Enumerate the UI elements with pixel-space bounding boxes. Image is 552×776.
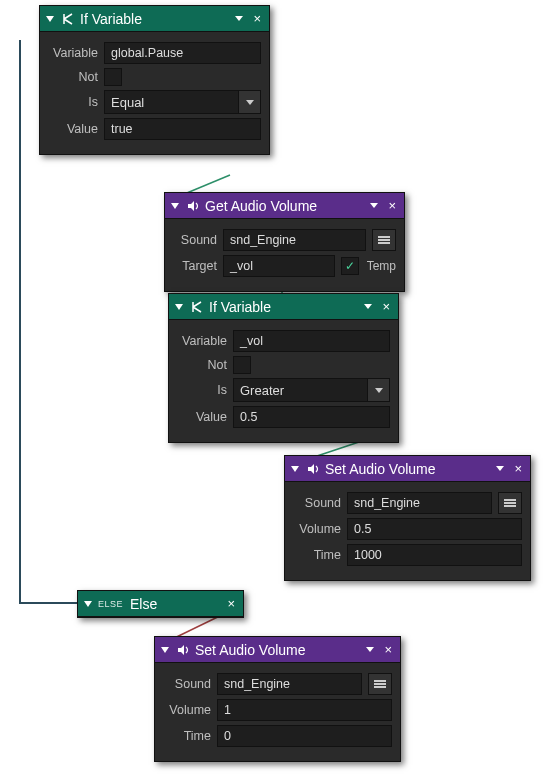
label-volume: Volume [293,522,341,536]
label-volume: Volume [163,703,211,717]
audio-icon [305,461,321,477]
svg-rect-4 [504,502,516,504]
volume-input[interactable]: 1 [217,699,392,721]
svg-rect-0 [378,236,390,238]
node-header[interactable]: ELSE Else × [78,591,243,617]
audio-icon [175,642,191,658]
branch-icon [189,299,205,315]
browse-button[interactable] [372,229,396,251]
collapse-icon[interactable] [84,601,92,607]
volume-input[interactable]: 0.5 [347,518,522,540]
collapse-icon[interactable] [175,304,183,310]
label-sound: Sound [173,233,217,247]
node-body: Variable global.Pause Not Is Equal Value… [40,32,269,154]
label-variable: Variable [177,334,227,348]
value-input[interactable]: true [104,118,261,140]
menu-icon[interactable] [235,16,243,21]
close-icon[interactable]: × [225,597,237,610]
is-select[interactable]: Equal [104,90,261,114]
node-if-variable-2[interactable]: If Variable × Variable _vol Not Is Great… [168,293,399,443]
target-input[interactable]: _vol [223,255,335,277]
collapse-icon[interactable] [291,466,299,472]
menu-icon[interactable] [364,304,372,309]
browse-button[interactable] [498,492,522,514]
collapse-icon[interactable] [171,203,179,209]
chevron-down-icon[interactable] [367,379,389,401]
label-is: Is [177,383,227,397]
node-else[interactable]: ELSE Else × [77,590,244,618]
node-header[interactable]: Set Audio Volume × [155,637,400,663]
collapse-icon[interactable] [161,647,169,653]
close-icon[interactable]: × [251,12,263,25]
node-header[interactable]: If Variable × [40,6,269,32]
not-checkbox[interactable] [104,68,122,86]
time-input[interactable]: 0 [217,725,392,747]
branch-icon [60,11,76,27]
node-body: Sound snd_Engine Volume 1 Time 0 [155,663,400,761]
sound-input[interactable]: snd_Engine [347,492,492,514]
node-set-audio-volume-1[interactable]: Set Audio Volume × Sound snd_Engine Volu… [284,455,531,581]
node-if-variable-1[interactable]: If Variable × Variable global.Pause Not … [39,5,270,155]
node-body: Sound snd_Engine Volume 0.5 Time 1000 [285,482,530,580]
close-icon[interactable]: × [382,643,394,656]
close-icon[interactable]: × [380,300,392,313]
is-select[interactable]: Greater [233,378,390,402]
label-variable: Variable [48,46,98,60]
node-body: Variable _vol Not Is Greater Value 0.5 [169,320,398,442]
sound-input[interactable]: snd_Engine [217,673,362,695]
svg-rect-2 [378,242,390,244]
menu-icon[interactable] [366,647,374,652]
node-title: If Variable [80,11,227,27]
svg-rect-5 [504,505,516,507]
svg-rect-6 [374,680,386,682]
label-value: Value [48,122,98,136]
label-temp: Temp [367,259,396,273]
label-is: Is [48,95,98,109]
not-checkbox[interactable] [233,356,251,374]
time-input[interactable]: 1000 [347,544,522,566]
collapse-icon[interactable] [46,16,54,22]
menu-icon[interactable] [370,203,378,208]
node-title: Else [130,596,221,612]
node-header[interactable]: Set Audio Volume × [285,456,530,482]
label-sound: Sound [163,677,211,691]
node-header[interactable]: Get Audio Volume × [165,193,404,219]
menu-icon[interactable] [496,466,504,471]
label-not: Not [48,70,98,84]
svg-rect-3 [504,499,516,501]
svg-rect-8 [374,686,386,688]
close-icon[interactable]: × [512,462,524,475]
label-not: Not [177,358,227,372]
temp-checkbox[interactable] [341,257,359,275]
node-title: Set Audio Volume [195,642,358,658]
node-get-audio-volume[interactable]: Get Audio Volume × Sound snd_Engine Targ… [164,192,405,292]
node-title: Get Audio Volume [205,198,362,214]
node-set-audio-volume-2[interactable]: Set Audio Volume × Sound snd_Engine Volu… [154,636,401,762]
svg-rect-1 [378,239,390,241]
variable-input[interactable]: _vol [233,330,390,352]
close-icon[interactable]: × [386,199,398,212]
node-body: Sound snd_Engine Target _vol Temp [165,219,404,291]
chevron-down-icon[interactable] [238,91,260,113]
value-input[interactable]: 0.5 [233,406,390,428]
svg-rect-7 [374,683,386,685]
else-tag: ELSE [98,599,123,609]
browse-button[interactable] [368,673,392,695]
label-value: Value [177,410,227,424]
node-title: If Variable [209,299,356,315]
label-sound: Sound [293,496,341,510]
label-target: Target [173,259,217,273]
variable-input[interactable]: global.Pause [104,42,261,64]
label-time: Time [293,548,341,562]
node-title: Set Audio Volume [325,461,488,477]
sound-input[interactable]: snd_Engine [223,229,366,251]
audio-icon [185,198,201,214]
label-time: Time [163,729,211,743]
node-header[interactable]: If Variable × [169,294,398,320]
